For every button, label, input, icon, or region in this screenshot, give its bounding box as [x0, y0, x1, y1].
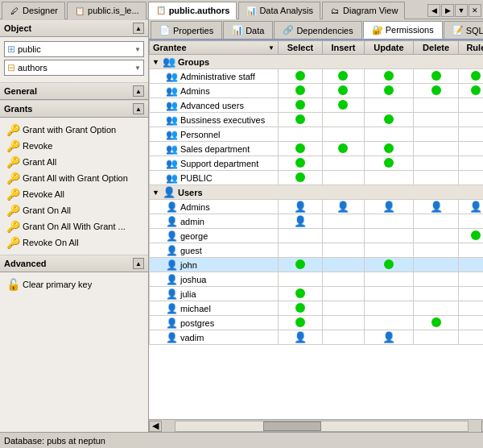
grantee-name: 👤Admins	[150, 200, 279, 214]
advanced-collapse-btn[interactable]: ▲	[133, 258, 144, 269]
table-row[interactable]: 👥Bussiness executives	[150, 113, 484, 127]
table-icon: ⊟	[7, 62, 15, 73]
table-row[interactable]: 👥Support department	[150, 156, 484, 171]
grant-all-with-option-item[interactable]: 🔑 Grant All with Grant Option	[4, 170, 144, 186]
tab-public-is[interactable]: 📋 public.is_le...	[67, 2, 147, 19]
dependencies-icon: 🔗	[283, 25, 294, 35]
revoke-on-all-item[interactable]: 🔑 Revoke On All	[4, 234, 144, 251]
grantee-name: 👤michael	[150, 301, 279, 316]
revoke-icon: 🔑	[6, 139, 19, 152]
tab-close-btn[interactable]: ✕	[469, 4, 481, 17]
permissions-icon: 🔐	[372, 25, 383, 35]
right-panel: 📄 Properties 📊 Data 🔗 Dependencies 🔐 Per…	[149, 19, 483, 432]
table-row[interactable]: 👤admin👤	[150, 214, 484, 229]
table-dropdown[interactable]: ⊟ authors ▼	[4, 60, 144, 76]
grant-all-with-option-icon: 🔑	[6, 172, 19, 185]
grants-section-header: Grants ▲	[0, 100, 148, 118]
groups-header: ▼👥Groups	[150, 55, 484, 69]
scroll-left-btn[interactable]: ◀	[149, 421, 162, 432]
table-row[interactable]: 👥PUBLIC	[150, 171, 484, 185]
horizontal-scrollbar[interactable]: ◀ ▶	[149, 419, 483, 432]
permissions-table-area[interactable]: Grantee ▼ Select Insert Update Delete Ru…	[149, 40, 483, 419]
revoke-item[interactable]: 🔑 Revoke	[4, 138, 144, 154]
tab-data-analysis[interactable]: 📊 Data Analysis	[238, 2, 320, 19]
object-section: ⊞ public ▼ ⊟ authors ▼	[0, 37, 148, 82]
schema-dropdown[interactable]: ⊞ public ▼	[4, 41, 144, 57]
grant-on-all-with-grant-icon: 🔑	[6, 220, 19, 233]
grantee-name: 👤john	[150, 258, 279, 272]
grant-all-icon: 🔑	[6, 156, 19, 168]
table-row[interactable]: 👤Admins👤👤👤👤👤	[150, 200, 484, 214]
designer-icon: 🖊	[9, 5, 20, 16]
table-row[interactable]: 👥Sales department	[150, 142, 484, 156]
grant-all-item[interactable]: 🔑 Grant All	[4, 154, 144, 170]
tab-designer[interactable]: 🖊 Designer	[2, 2, 65, 19]
table-row[interactable]: 👤julia	[150, 287, 484, 301]
clear-primary-key-item[interactable]: 🔓 Clear primary key	[4, 276, 144, 292]
sub-tab-permissions[interactable]: 🔐 Permissions	[363, 21, 443, 39]
grantee-name: 👥Bussiness executives	[150, 113, 279, 127]
revoke-on-all-icon: 🔑	[6, 236, 19, 249]
table-row[interactable]: 👤vadim👤👤	[150, 330, 484, 345]
sub-tab-sql[interactable]: 📝 SQL	[444, 21, 483, 39]
schema-arrow: ▼	[134, 46, 141, 53]
sub-tab-properties[interactable]: 📄 Properties	[151, 21, 222, 39]
grantee-name: 👤admin	[150, 214, 279, 229]
grantee-name: 👥Advanced users	[150, 98, 279, 113]
clear-primary-key-icon: 🔓	[6, 278, 19, 291]
grant-on-all-icon: 🔑	[6, 204, 19, 217]
delete-header: Delete	[414, 41, 459, 55]
grantee-sort-icon: ▼	[268, 44, 275, 52]
tab-diagram-view[interactable]: 🗂 Diagram View	[322, 2, 405, 19]
tab-prev-btn[interactable]: ◀	[427, 4, 440, 17]
scroll-thumb[interactable]	[263, 421, 322, 431]
table-row[interactable]: 👤guest	[150, 243, 484, 258]
general-section-header: General ▲	[0, 82, 148, 100]
table-row[interactable]: 👤postgres	[150, 316, 484, 330]
object-collapse-btn[interactable]: ▲	[133, 23, 144, 34]
grantee-name: 👤guest	[150, 243, 279, 258]
update-header: Update	[364, 41, 413, 55]
grantee-name: 👥Administrative staff	[150, 69, 279, 84]
sub-tab-bar: 📄 Properties 📊 Data 🔗 Dependencies 🔐 Per…	[149, 19, 483, 40]
table-row[interactable]: 👤michael	[150, 301, 484, 316]
revoke-all-item[interactable]: 🔑 Revoke All	[4, 186, 144, 202]
select-header: Select	[279, 41, 323, 55]
schema-icon: ⊞	[7, 44, 15, 55]
sql-icon: 📝	[452, 25, 464, 35]
tab-menu-btn[interactable]: ▼	[455, 4, 468, 17]
table-row[interactable]: 👤john	[150, 258, 484, 272]
table-row[interactable]: 👥Advanced users	[150, 98, 484, 113]
grant-with-option-item[interactable]: 🔑 Grant with Grant Option	[4, 122, 144, 138]
main-layout: Object ▲ ⊞ public ▼ ⊟ authors ▼ General	[0, 19, 483, 432]
grantee-name: 👥Sales department	[150, 142, 279, 156]
tab-next-btn[interactable]: ▶	[441, 4, 454, 17]
tab-navigation: ◀ ▶ ▼ ✕	[427, 4, 481, 17]
grant-with-option-icon: 🔑	[6, 123, 19, 136]
data-icon: 📊	[232, 25, 243, 35]
table-row[interactable]: 👥Personnel	[150, 127, 484, 142]
revoke-all-icon: 🔑	[6, 188, 19, 201]
grant-on-all-item[interactable]: 🔑 Grant On All	[4, 202, 144, 218]
grant-on-all-with-grant-item[interactable]: 🔑 Grant On All With Grant ...	[4, 218, 144, 234]
left-panel: Object ▲ ⊞ public ▼ ⊟ authors ▼ General	[0, 19, 149, 432]
table-row[interactable]: 👤joshua	[150, 272, 484, 287]
grantee-name: 👥Admins	[150, 84, 279, 98]
table-arrow: ▼	[134, 64, 141, 72]
general-collapse-btn[interactable]: ▲	[133, 85, 144, 97]
public-authors-icon: 📋	[155, 5, 167, 16]
table-row[interactable]: 👤george	[150, 229, 484, 243]
grants-collapse-btn[interactable]: ▲	[133, 103, 144, 114]
grantee-name: 👤joshua	[150, 272, 279, 287]
grantee-name: 👥Support department	[150, 156, 279, 171]
table-row[interactable]: 👥Admins	[150, 84, 484, 98]
tab-public-authors[interactable]: 📋 public.authors	[148, 2, 237, 19]
data-analysis-icon: 📊	[246, 5, 257, 16]
sub-tab-data[interactable]: 📊 Data	[223, 21, 273, 39]
sub-tab-dependencies[interactable]: 🔗 Dependencies	[274, 21, 361, 39]
table-row[interactable]: 👥Administrative staff	[150, 69, 484, 84]
grantee-name: 👥PUBLIC	[150, 171, 279, 185]
rule-header: Rule	[459, 41, 483, 55]
scroll-track[interactable]	[175, 421, 469, 432]
grantee-header: Grantee ▼	[150, 41, 279, 55]
